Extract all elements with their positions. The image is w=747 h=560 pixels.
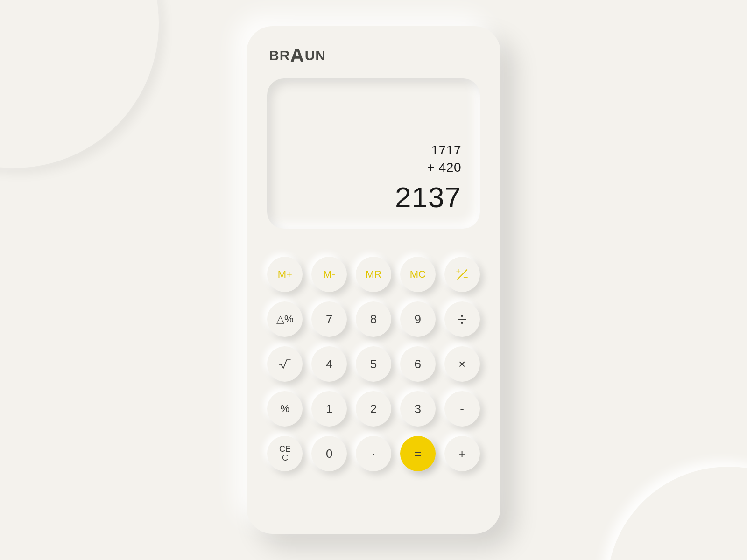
brand-part-mid: A: [290, 49, 304, 63]
digit-1-button[interactable]: 1: [311, 391, 347, 427]
display-line-2: + 420: [427, 159, 461, 176]
digit-5-button[interactable]: 5: [356, 346, 391, 382]
plus-minus-icon: +−: [455, 267, 469, 281]
memory-recall-button[interactable]: MR: [356, 257, 391, 292]
memory-clear-button[interactable]: MC: [400, 257, 436, 292]
divide-button[interactable]: [444, 301, 480, 337]
calculator-device: BRAUN 1717 + 420 2137 M+ M- MR MC +− △% …: [247, 26, 500, 534]
keypad: M+ M- MR MC +− △% 7 8 9 4 5 6 × %: [267, 257, 480, 471]
add-button[interactable]: +: [444, 436, 480, 471]
calculator-display: 1717 + 420 2137: [267, 78, 480, 229]
digit-0-button[interactable]: 0: [311, 436, 347, 471]
sqrt-icon: [279, 359, 291, 369]
c-label: C: [282, 454, 288, 462]
percent-button[interactable]: %: [267, 391, 303, 427]
display-line-1: 1717: [431, 142, 461, 159]
digit-2-button[interactable]: 2: [356, 391, 391, 427]
subtract-button[interactable]: -: [444, 391, 480, 427]
digit-6-button[interactable]: 6: [400, 346, 436, 382]
ce-label: CE: [279, 445, 291, 454]
display-result: 2137: [395, 181, 461, 214]
clear-button[interactable]: CE C: [267, 436, 303, 471]
equals-button[interactable]: =: [400, 436, 436, 471]
brand-logo: BRAUN: [269, 49, 480, 63]
bg-circle-top-left: [0, 0, 159, 168]
bg-circle-bottom-right: [607, 467, 747, 560]
digit-3-button[interactable]: 3: [400, 391, 436, 427]
brand-part-right: UN: [305, 49, 326, 63]
digit-7-button[interactable]: 7: [311, 301, 347, 337]
digit-8-button[interactable]: 8: [356, 301, 391, 337]
memory-plus-button[interactable]: M+: [267, 257, 303, 292]
digit-9-button[interactable]: 9: [400, 301, 436, 337]
divide-icon: [458, 315, 466, 324]
sqrt-button[interactable]: [267, 346, 303, 382]
digit-4-button[interactable]: 4: [311, 346, 347, 382]
memory-minus-button[interactable]: M-: [311, 257, 347, 292]
delta-percent-button[interactable]: △%: [267, 301, 303, 337]
multiply-button[interactable]: ×: [444, 346, 480, 382]
brand-part-left: BR: [269, 49, 290, 63]
sign-toggle-button[interactable]: +−: [444, 257, 480, 292]
decimal-button[interactable]: ·: [356, 436, 391, 471]
